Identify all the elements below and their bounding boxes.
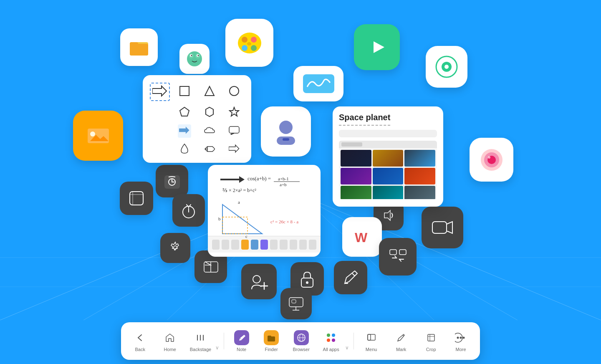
- allapps-icon: [323, 330, 338, 345]
- edit-icon: [341, 268, 361, 288]
- allapps-label: All apps: [323, 347, 339, 352]
- divider-2: [354, 333, 354, 349]
- shape-square[interactable]: [179, 86, 190, 98]
- wave-app-icon[interactable]: [293, 66, 343, 101]
- math-drawing: cos(a+b) = a+b-1 a+b ⅔ × 2×a² = b+c² b a…: [216, 171, 316, 242]
- taskbar-menu[interactable]: Menu: [359, 327, 384, 355]
- files-app-icon[interactable]: [120, 28, 158, 66]
- shape-speech[interactable]: [228, 126, 240, 136]
- video-app-icon[interactable]: [354, 24, 400, 70]
- svg-point-42: [174, 246, 177, 249]
- finder-icon: [264, 330, 279, 345]
- frog-app-icon[interactable]: [179, 44, 210, 74]
- svg-rect-66: [180, 86, 189, 96]
- shape-drop[interactable]: [180, 143, 189, 156]
- taskbar-home[interactable]: Home: [157, 327, 182, 355]
- wps-icon: W: [350, 225, 375, 250]
- taskbar-browser[interactable]: Browser: [289, 327, 314, 355]
- more-icon: [453, 330, 468, 345]
- shape-arrow-filled[interactable]: [178, 124, 191, 138]
- videocam-icon: [429, 214, 456, 241]
- svg-text:cos(a+b) =: cos(a+b) =: [247, 175, 271, 182]
- circle-app-icon[interactable]: [426, 46, 467, 88]
- present-icon: [202, 258, 220, 276]
- switch-icon: [386, 245, 409, 268]
- shape-triangle[interactable]: [204, 86, 215, 98]
- videocam-app-icon[interactable]: [422, 207, 463, 248]
- shape-cloud[interactable]: [204, 126, 215, 136]
- svg-point-21: [242, 45, 247, 51]
- svg-marker-24: [374, 41, 384, 53]
- user-app-icon[interactable]: [261, 106, 311, 157]
- svg-rect-38: [303, 74, 334, 93]
- shapes-panel: [143, 75, 251, 163]
- svg-point-111: [460, 337, 462, 339]
- backstage-icon: [193, 330, 208, 345]
- browser-inner: [339, 141, 437, 199]
- shape-pentagon[interactable]: [179, 106, 190, 119]
- taskbar-more[interactable]: More: [448, 327, 473, 355]
- svg-text:c² = 26c × 8 - a: c² = 26c × 8 - a: [270, 219, 298, 224]
- shape-arrow-selected[interactable]: [150, 83, 170, 101]
- svg-rect-10: [130, 42, 138, 46]
- backstage-label: Backstage: [190, 347, 211, 352]
- mark-label: Mark: [396, 347, 406, 352]
- shape-star[interactable]: [229, 106, 240, 119]
- svg-point-17: [198, 55, 199, 56]
- timer-app-icon[interactable]: [156, 165, 188, 197]
- note-label: Note: [237, 347, 246, 352]
- edit-app-icon[interactable]: [334, 261, 367, 294]
- display-app-icon[interactable]: [280, 288, 312, 319]
- browser-card-title: Space planet: [339, 113, 390, 126]
- svg-marker-46: [384, 210, 390, 220]
- svg-line-106: [403, 335, 404, 336]
- svg-line-59: [352, 273, 355, 276]
- taskbar-finder[interactable]: Finder: [259, 327, 284, 355]
- settings-app-icon[interactable]: [160, 233, 190, 263]
- taskbar-back[interactable]: Back: [128, 327, 153, 355]
- cam-icon: [477, 146, 506, 174]
- taskbar-crop[interactable]: Crop: [419, 327, 444, 355]
- svg-point-29: [90, 131, 95, 136]
- svg-marker-79: [220, 176, 245, 183]
- user-icon: [269, 115, 303, 148]
- browser-card: Space planet: [333, 106, 443, 207]
- gallery-app-icon[interactable]: [73, 111, 123, 161]
- taskbar-allapps[interactable]: All apps: [318, 327, 343, 355]
- svg-marker-70: [206, 107, 213, 116]
- switch-app-icon[interactable]: [379, 238, 417, 276]
- svg-point-112: [463, 337, 465, 339]
- svg-rect-107: [428, 334, 434, 341]
- svg-point-100: [327, 334, 330, 337]
- timer-icon: [163, 172, 182, 191]
- browser-inner-header: [339, 141, 437, 148]
- svg-point-103: [332, 339, 335, 342]
- wps-app-icon[interactable]: W: [342, 217, 382, 257]
- taskbar-note[interactable]: Note: [229, 327, 254, 355]
- adduser-app-icon[interactable]: [241, 264, 277, 299]
- thumb-1: [341, 150, 371, 167]
- taskbar-mark[interactable]: Mark: [389, 327, 414, 355]
- paint-app-icon[interactable]: [225, 19, 273, 67]
- shape-circle[interactable]: [229, 86, 240, 98]
- display-icon: [287, 294, 306, 313]
- svg-rect-86: [222, 217, 247, 234]
- svg-point-22: [251, 45, 257, 51]
- stopwatch-app-icon[interactable]: [172, 194, 205, 227]
- svg-point-11: [187, 51, 202, 66]
- speaker-icon: [380, 207, 397, 224]
- browser-search-bar: [339, 130, 437, 137]
- gallery-icon: [83, 120, 114, 152]
- back-label: Back: [135, 347, 145, 352]
- shape-box3d[interactable]: [204, 143, 215, 156]
- thumb-4: [341, 168, 371, 185]
- shape-hexagon[interactable]: [204, 106, 215, 119]
- cam-app-icon[interactable]: [470, 138, 513, 182]
- shape-arrow-right[interactable]: [229, 144, 240, 155]
- taskbar-backstage[interactable]: Backstage: [187, 327, 214, 355]
- paint-icon: [234, 27, 265, 58]
- svg-rect-64: [292, 300, 296, 303]
- svg-point-110: [457, 337, 459, 339]
- crop-app-icon[interactable]: [120, 182, 153, 215]
- svg-point-27: [444, 65, 449, 69]
